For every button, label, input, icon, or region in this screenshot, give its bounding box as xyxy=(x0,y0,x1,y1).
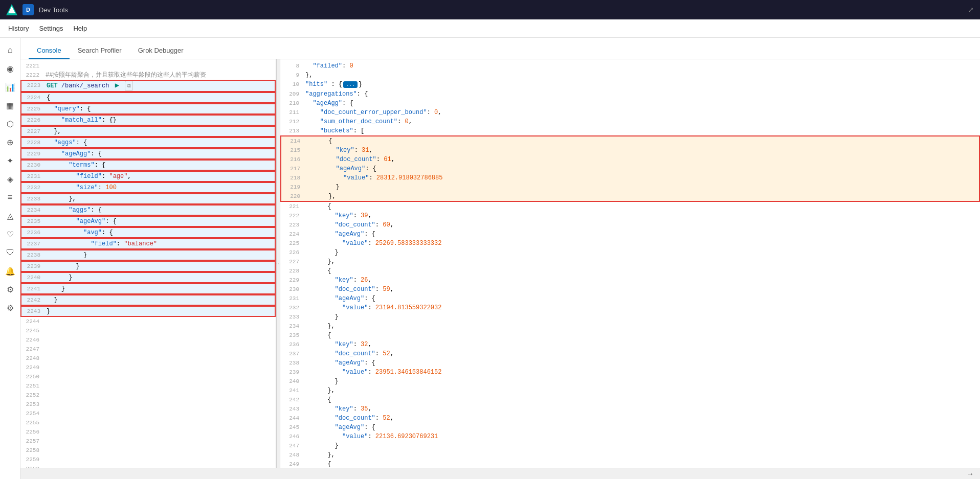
result-line: 237 "doc_count": 52, xyxy=(280,349,980,358)
editor-line[interactable]: 2242 } xyxy=(20,294,276,306)
expand-icon[interactable]: ⤢ xyxy=(968,6,974,14)
sidebar-icon-alerts[interactable]: 🔔 xyxy=(2,263,18,279)
editor-line[interactable]: 2248 xyxy=(20,354,276,363)
editor-line[interactable]: 2234 "aggs": { xyxy=(20,204,276,216)
tabs: Console Search Profiler Grok Debugger xyxy=(20,38,980,59)
editor-line[interactable]: 2246 xyxy=(20,335,276,345)
editor-line[interactable]: 2231 "field": "age", xyxy=(20,171,276,182)
result-line: 231 "ageAvg": { xyxy=(280,294,980,303)
sidebar-icon-logs[interactable]: ≡ xyxy=(2,189,18,206)
result-line: 241 }, xyxy=(280,386,980,395)
editor-line[interactable]: 2235 "ageAvg": { xyxy=(20,216,276,227)
editor-line[interactable]: 2249 xyxy=(20,363,276,372)
result-line: 243 "key": 35, xyxy=(280,404,980,414)
sidebar-icon-maps[interactable]: ⊕ xyxy=(2,134,18,150)
result-line: 220 }, xyxy=(280,192,980,202)
editor-line[interactable]: 2255 xyxy=(20,418,276,427)
editor-line[interactable]: 2258 xyxy=(20,446,276,455)
menu-help[interactable]: Help xyxy=(73,25,87,32)
editor-line[interactable]: 2225 "query": { xyxy=(20,103,276,115)
editor-line[interactable]: 2238 } xyxy=(20,249,276,261)
editor-line[interactable]: 2257 xyxy=(20,437,276,446)
sidebar: ⌂ ◉ 📊 ▦ ⬡ ⊕ ✦ ◈ ≡ ◬ ♡ 🛡 🔔 ⚙ ⚙ xyxy=(0,38,20,479)
editor-line[interactable]: 2222##按照年龄聚合，并且获取这些年龄段的这些人的平均薪资 xyxy=(20,71,276,80)
tab-search-profiler[interactable]: Search Profiler xyxy=(70,42,130,59)
menu-settings[interactable]: Settings xyxy=(39,25,63,32)
editor-line[interactable]: 2237 "field": "balance" xyxy=(20,238,276,249)
left-panel: 22212222##按照年龄聚合，并且获取这些年龄段的这些人的平均薪资2223G… xyxy=(20,59,276,468)
editor-line[interactable]: 2252 xyxy=(20,391,276,400)
result-line: 245 "ageAvg": { xyxy=(280,423,980,432)
editor-line[interactable]: 2260 xyxy=(20,464,276,468)
result-line: 213 "buckets": [ xyxy=(280,126,980,135)
avatar: D xyxy=(23,4,34,15)
editor-line[interactable]: 2256 xyxy=(20,427,276,437)
result-line: 234 }, xyxy=(280,322,980,331)
menu-history[interactable]: History xyxy=(8,25,29,32)
sidebar-icon-siem[interactable]: 🛡 xyxy=(2,244,18,261)
editor-line[interactable]: 2241 } xyxy=(20,283,276,294)
editor-line[interactable]: 2223GET /bank/_search ▶ ⧉ xyxy=(20,80,276,92)
sidebar-icon-apm[interactable]: ◬ xyxy=(2,208,18,224)
editor-line[interactable]: 2259 xyxy=(20,455,276,464)
result-line: 210 "ageAgg": { xyxy=(280,99,980,108)
editor-line[interactable]: 2243} xyxy=(20,306,276,317)
result-line: 209"aggregations": { xyxy=(280,89,980,99)
result-line: 222 "key": 39, xyxy=(280,211,980,220)
editor-line[interactable]: 2236 "avg": { xyxy=(20,227,276,238)
editor-line[interactable]: 2244 xyxy=(20,317,276,326)
result-line: 212 "sum_other_doc_count": 0, xyxy=(280,117,980,126)
result-line: 230 "doc_count": 59, xyxy=(280,285,980,294)
result-line: 216 "doc_count": 61, xyxy=(280,155,980,164)
sidebar-icon-discover[interactable]: ◉ xyxy=(2,60,18,77)
editor-line[interactable]: 2226 "match_all": {} xyxy=(20,115,276,126)
run-button[interactable]: ▶ xyxy=(115,81,119,90)
result-line: 224 "ageAvg": { xyxy=(280,230,980,239)
code-editor[interactable]: 22212222##按照年龄聚合，并且获取这些年龄段的这些人的平均薪资2223G… xyxy=(20,59,276,468)
editor-line[interactable]: 2224{ xyxy=(20,92,276,103)
result-line: 246 "value": 22136.69230769231 xyxy=(280,432,980,441)
sidebar-icon-management[interactable]: ⚙ xyxy=(2,300,18,316)
result-line: 242 { xyxy=(280,395,980,404)
sidebar-icon-observability[interactable]: ◈ xyxy=(2,171,18,187)
sidebar-icon-devtools[interactable]: ⚙ xyxy=(2,281,18,298)
editor-line[interactable]: 2240 } xyxy=(20,272,276,283)
app-body: ⌂ ◉ 📊 ▦ ⬡ ⊕ ✦ ◈ ≡ ◬ ♡ 🛡 🔔 ⚙ ⚙ Console Se… xyxy=(0,38,980,479)
sidebar-icon-canvas[interactable]: ⬡ xyxy=(2,116,18,132)
result-line: 214 { xyxy=(280,135,980,146)
result-line: 240 } xyxy=(280,377,980,386)
editor-line[interactable]: 2253 xyxy=(20,400,276,409)
editor-line[interactable]: 2230 "terms": { xyxy=(20,159,276,171)
sidebar-icon-home[interactable]: ⌂ xyxy=(2,42,18,58)
editor-line[interactable]: 2229 "ageAgg": { xyxy=(20,148,276,159)
editor-line[interactable]: 2227 }, xyxy=(20,126,276,137)
tab-console[interactable]: Console xyxy=(29,42,70,59)
right-panel[interactable]: 8 "failed": 09},10"hits" : {...}209"aggr… xyxy=(280,59,980,468)
editor-line[interactable]: 2254 xyxy=(20,409,276,418)
editor-line[interactable]: 2251 xyxy=(20,381,276,391)
editor-line[interactable]: 2239 } xyxy=(20,261,276,272)
editor-line[interactable]: 2232 "size": 100 xyxy=(20,182,276,193)
result-line: 8 "failed": 0 xyxy=(280,61,980,71)
editor-line[interactable]: 2245 xyxy=(20,326,276,335)
editor-line[interactable]: 2228 "aggs": { xyxy=(20,137,276,148)
result-line: 249 { xyxy=(280,460,980,468)
result-line: 229 "key": 26, xyxy=(280,276,980,285)
result-line: 211 "doc_count_error_upper_bound": 0, xyxy=(280,108,980,117)
result-line: 227 }, xyxy=(280,257,980,266)
svg-marker-0 xyxy=(8,6,15,13)
editor-line[interactable]: 2233 }, xyxy=(20,193,276,204)
result-line: 228 { xyxy=(280,266,980,276)
sidebar-icon-uptime[interactable]: ♡ xyxy=(2,226,18,242)
editor-line[interactable]: 2221 xyxy=(20,61,276,71)
drag-handle[interactable]: ⋮ xyxy=(276,59,280,468)
result-line: 221 { xyxy=(280,202,980,211)
sidebar-icon-visualize[interactable]: 📊 xyxy=(2,79,18,95)
editor-line[interactable]: 2250 xyxy=(20,372,276,381)
sidebar-icon-dashboard[interactable]: ▦ xyxy=(2,97,18,113)
sidebar-icon-ml[interactable]: ✦ xyxy=(2,152,18,169)
kibana-logo xyxy=(6,4,17,15)
editor-line[interactable]: 2247 xyxy=(20,345,276,354)
tab-grok-debugger[interactable]: Grok Debugger xyxy=(130,42,192,59)
copy-button[interactable]: ⧉ xyxy=(125,81,133,91)
